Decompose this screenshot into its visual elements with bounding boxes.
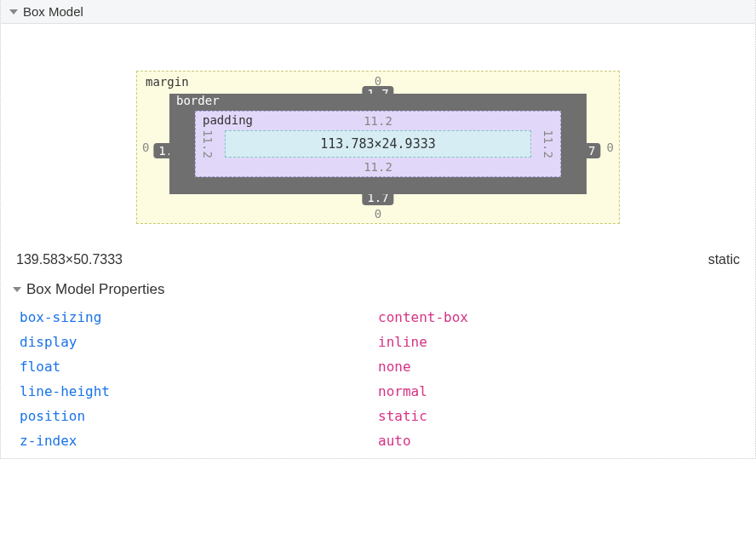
property-row: z-indexauto: [1, 428, 755, 453]
property-row: floatnone: [1, 354, 755, 379]
padding-right-value[interactable]: 11.2: [541, 129, 555, 158]
property-row: box-sizingcontent-box: [1, 305, 755, 330]
property-row: line-heightnormal: [1, 379, 755, 404]
section-title: Box Model: [23, 4, 83, 19]
padding-bottom-value[interactable]: 11.2: [364, 160, 392, 174]
margin-region[interactable]: margin 0 0 0 0 1.7 1.7 1.7 1.7 border pa…: [136, 71, 620, 224]
properties-list: box-sizingcontent-boxdisplayinlinefloatn…: [1, 303, 755, 458]
disclosure-triangle-icon: [13, 287, 21, 292]
padding-region[interactable]: padding 11.2 11.2 11.2 11.2 113.783×24.9…: [195, 111, 561, 177]
property-row: displayinline: [1, 330, 755, 354]
margin-label: margin: [146, 75, 189, 89]
property-row: positionstatic: [1, 404, 755, 428]
property-value[interactable]: normal: [378, 383, 427, 399]
border-region[interactable]: border padding 11.2 11.2 11.2 11.2 113.7…: [169, 94, 587, 194]
padding-left-value[interactable]: 11.2: [201, 129, 215, 158]
padding-top-value[interactable]: 11.2: [364, 114, 392, 128]
margin-right-value[interactable]: 0: [607, 141, 614, 154]
box-model-panel: Box Model margin 0 0 0 0 1.7 1.7 1.7 1.7…: [0, 0, 756, 459]
element-summary-row: 139.583×50.7333 static: [1, 245, 755, 279]
disclosure-triangle-icon: [9, 9, 18, 14]
margin-bottom-value[interactable]: 0: [375, 207, 381, 221]
border-label: border: [176, 94, 220, 107]
element-position-mode: static: [708, 252, 740, 267]
box-model-section-header[interactable]: Box Model: [1, 0, 755, 24]
property-name[interactable]: line-height: [20, 383, 378, 399]
content-region[interactable]: 113.783×24.9333: [225, 130, 531, 158]
property-value[interactable]: auto: [378, 433, 411, 449]
box-model-diagram: margin 0 0 0 0 1.7 1.7 1.7 1.7 border pa…: [1, 24, 755, 245]
property-name[interactable]: box-sizing: [20, 309, 378, 325]
property-name[interactable]: float: [20, 359, 378, 375]
content-dimensions[interactable]: 113.783×24.9333: [320, 136, 435, 152]
property-name[interactable]: display: [20, 334, 378, 350]
element-dimensions: 139.583×50.7333: [16, 252, 123, 267]
property-value[interactable]: inline: [378, 334, 427, 350]
padding-label: padding: [203, 113, 253, 127]
property-value[interactable]: static: [378, 408, 427, 424]
properties-section-title: Box Model Properties: [26, 281, 165, 298]
margin-left-value[interactable]: 0: [142, 141, 149, 154]
property-value[interactable]: content-box: [378, 309, 468, 325]
property-name[interactable]: z-index: [20, 433, 378, 449]
property-name[interactable]: position: [20, 408, 378, 424]
box-model-properties-header[interactable]: Box Model Properties: [1, 279, 755, 303]
property-value[interactable]: none: [378, 359, 411, 375]
